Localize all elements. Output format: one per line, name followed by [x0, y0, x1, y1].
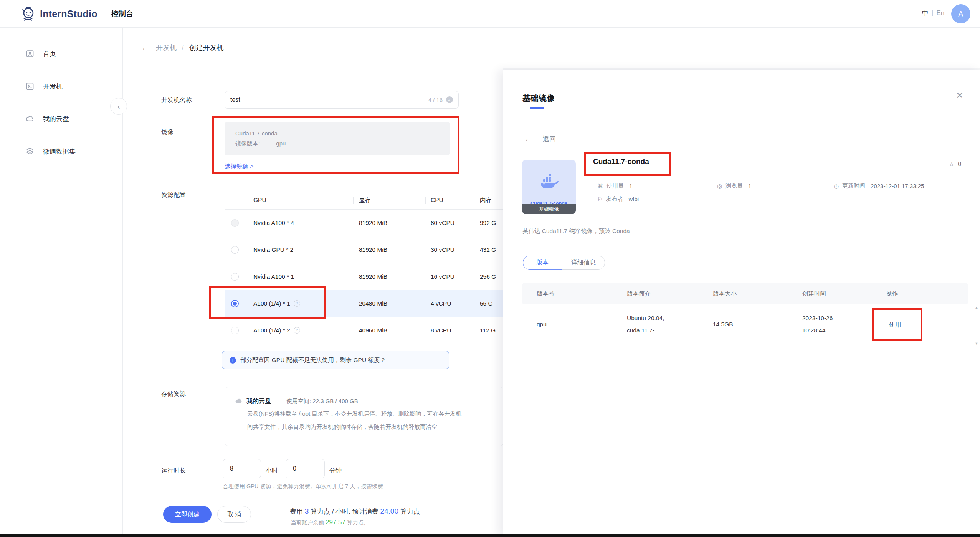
bottom-edge-bar: [0, 534, 980, 537]
create-now-button[interactable]: 立即创建: [163, 506, 212, 523]
gpu-name: Nvidia A100 * 4: [253, 220, 294, 226]
publisher-value: wfbi: [628, 196, 639, 202]
radio-unchecked[interactable]: [231, 246, 239, 254]
col-gpu: GPU: [253, 197, 266, 203]
version-intro-line2: cuda 11.7-...: [627, 327, 659, 334]
app-logo[interactable]: InternStudio: [19, 5, 98, 23]
storage-box: 我的云盘 使用空间: 22.3 GB / 400 GB 云盘(NFS)将挂载至 …: [225, 387, 504, 446]
runtime-hint: 合理使用 GPU 资源，避免算力浪费。单次可开启 7 天，按需续费: [223, 483, 383, 490]
resource-section-label: 资源配置: [161, 191, 186, 199]
gpu-name: Nvidia GPU * 2: [253, 246, 293, 253]
hours-value: 8: [230, 465, 233, 472]
lang-zh[interactable]: 中: [922, 8, 929, 17]
gpu-cpu: 4 vCPU: [431, 300, 451, 307]
chevron-left-icon: ‹: [117, 102, 120, 111]
storage-section-label: 存储资源: [161, 390, 186, 398]
radio-unchecked[interactable]: [231, 273, 239, 281]
col-size: 版本大小: [713, 290, 737, 298]
gpu-mem: 56 G: [480, 300, 493, 307]
info-icon: i: [230, 357, 236, 364]
storage-usage: 使用空间: 22.3 GB / 400 GB: [286, 398, 358, 405]
drawer-back-button[interactable]: ← 返回: [524, 134, 556, 144]
table-scrollbar[interactable]: ▲ ▼: [974, 306, 979, 345]
text-caret: [241, 96, 241, 104]
breadcrumb-current: 创建开发机: [189, 43, 223, 52]
views-value: 1: [748, 183, 751, 189]
tab-details[interactable]: 详细信息: [562, 256, 605, 270]
usage-value: 1: [629, 183, 632, 189]
base-image-drawer: 基础镜像 ← 返回 Cuda11.7-conda 基础镜像 Cuda11.7-c…: [503, 70, 980, 537]
gpu-option-row[interactable]: Nvidia A100 * 1 81920 MiB 16 vCPU 256 G: [225, 263, 504, 290]
gpu-option-row[interactable]: Nvidia A100 * 4 81920 MiB 60 vCPU 992 G: [225, 210, 504, 236]
gpu-vram: 81920 MiB: [359, 246, 387, 253]
gpu-config-table: GPU 显存 CPU 内存 Nvidia A100 * 4 81920 MiB …: [225, 191, 504, 344]
storage-title: 我的云盘: [246, 397, 271, 405]
sidebar-item-label: 首页: [43, 50, 56, 58]
check-circle-icon: ✓: [446, 96, 453, 103]
usage-icon: ⌘: [597, 183, 603, 190]
breadcrumb-parent[interactable]: 开发机: [156, 43, 177, 52]
flag-icon: ⚐: [597, 196, 602, 203]
sidebar-item-devmachine[interactable]: 开发机: [0, 76, 123, 96]
image-card[interactable]: Cuda11.7-conda 基础镜像: [522, 160, 576, 214]
col-vram: 显存: [359, 197, 371, 205]
gpu-option-row[interactable]: Nvidia GPU * 2 81920 MiB 30 vCPU 432 G: [225, 236, 504, 263]
sidebar: 首页 开发机 我的云盘 微调数据集: [0, 28, 123, 534]
drawer-close-icon[interactable]: ✕: [954, 90, 965, 101]
name-field-label: 开发机名称: [161, 96, 192, 104]
version-intro-line1: Ubuntu 20.04,: [627, 315, 664, 322]
star-rating[interactable]: ☆ 0: [949, 160, 961, 168]
gpu-option-row-selected[interactable]: A100 (1/4) * 1 ? 20480 MiB 4 vCPU 56 G: [225, 290, 504, 317]
cancel-button[interactable]: 取 消: [217, 506, 251, 523]
gpu-cpu: 30 vCPU: [431, 246, 454, 253]
runtime-section-label: 运行时长: [161, 467, 186, 475]
version-table-header: 版本号 版本简介 版本大小 创建时间 操作: [522, 283, 968, 304]
lang-divider: |: [932, 9, 933, 17]
storage-desc-line2: 间共享文件，其余目录均为开发机的临时存储，会随着开发机的释放而清空: [247, 420, 437, 433]
version-created-line1: 2023-10-26: [802, 315, 833, 322]
logo-text: InternStudio: [40, 8, 98, 20]
gpu-name: Nvidia A100 * 1: [253, 273, 294, 280]
lang-en[interactable]: En: [936, 9, 944, 17]
gpu-table-header: GPU 显存 CPU 内存: [225, 191, 504, 210]
choose-image-link[interactable]: 选择镜像 >: [225, 162, 253, 170]
avatar[interactable]: A: [951, 4, 970, 23]
nav-console[interactable]: 控制台: [111, 9, 133, 19]
back-arrow-icon[interactable]: ←: [141, 43, 150, 53]
gpu-mem: 992 G: [480, 220, 496, 226]
tab-version[interactable]: 版本: [523, 256, 562, 270]
devmachine-name-input[interactable]: test 4 / 16 ✓: [225, 91, 459, 109]
sidebar-collapse-button[interactable]: ‹: [110, 98, 127, 115]
radio-unchecked[interactable]: [231, 219, 239, 227]
gpu-mem: 256 G: [480, 273, 496, 280]
sidebar-item-home[interactable]: 首页: [0, 44, 123, 64]
col-created: 创建时间: [802, 290, 826, 298]
sidebar-item-clouddisk[interactable]: 我的云盘: [0, 109, 123, 129]
views-meta: ◎ 浏览量 1: [717, 182, 751, 190]
updated-meta: ◷ 更新时间 2023-12-01 17:33:25: [834, 182, 924, 190]
gpu-option-row[interactable]: A100 (1/4) * 2 ? 40960 MiB 8 vCPU 112 G: [225, 317, 504, 344]
image-card-badge: 基础镜像: [522, 204, 576, 214]
minutes-input[interactable]: 0: [286, 459, 325, 478]
hours-input[interactable]: 8: [223, 459, 261, 478]
cost-summary: 费用 3 算力点 / 小时, 预计消费 24.00 算力点: [290, 507, 420, 516]
language-switcher[interactable]: 中 | En: [922, 8, 944, 17]
usage-meta: ⌘ 使用量 1: [597, 182, 632, 190]
fee-total: 24.00: [380, 507, 398, 515]
cloud-icon: [25, 114, 35, 123]
sidebar-item-dataset[interactable]: 微调数据集: [0, 141, 123, 161]
star-icon: ☆: [949, 160, 954, 168]
use-image-button[interactable]: 使用: [889, 321, 901, 329]
radio-unchecked[interactable]: [231, 327, 239, 334]
image-version-label: 镜像版本:: [235, 140, 260, 147]
cloud-disk-icon: [235, 397, 243, 405]
col-action: 操作: [886, 290, 898, 298]
help-icon[interactable]: ?: [294, 327, 300, 334]
version-table: 版本号 版本简介 版本大小 创建时间 操作 gpu Ubuntu 20.04, …: [522, 283, 968, 345]
drawer-tabs: 版本 详细信息: [523, 256, 605, 270]
version-created-line2: 10:28:44: [802, 327, 825, 334]
logo-mascot-icon: [19, 5, 37, 23]
radio-checked[interactable]: [231, 300, 239, 307]
help-icon[interactable]: ?: [294, 300, 300, 307]
balance-value: 297.57: [326, 519, 345, 526]
